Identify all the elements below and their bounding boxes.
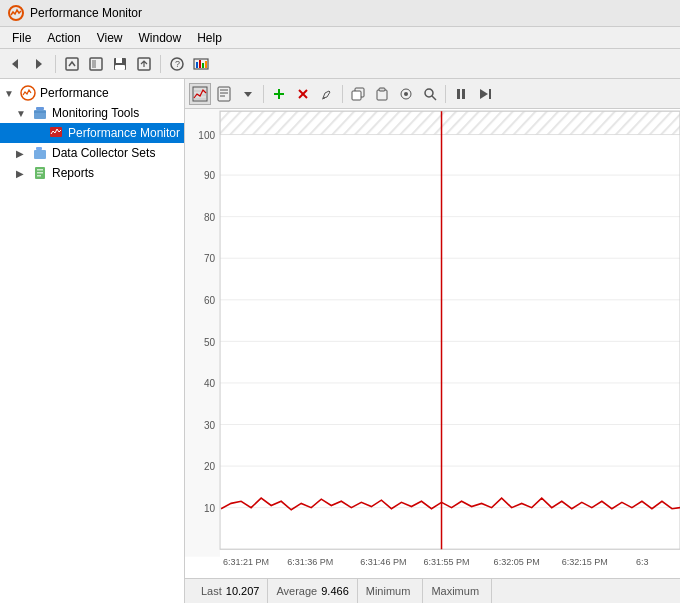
- svg-rect-22: [36, 147, 42, 150]
- highlight-button[interactable]: [316, 83, 338, 105]
- svg-text:6:31:36 PM: 6:31:36 PM: [287, 557, 333, 567]
- paste-button[interactable]: [371, 83, 393, 105]
- report-button[interactable]: [190, 53, 212, 75]
- next-button[interactable]: [474, 83, 496, 105]
- svg-rect-18: [34, 110, 46, 119]
- svg-text:6:31:21 PM: 6:31:21 PM: [223, 557, 269, 567]
- sidebar: ▼ Performance ▼ Monitoring Tools: [0, 79, 185, 603]
- status-average: Average 9.466: [268, 579, 357, 603]
- svg-text:6:31:46 PM: 6:31:46 PM: [360, 557, 406, 567]
- status-minimum: Minimum: [358, 579, 424, 603]
- svg-text:30: 30: [204, 419, 215, 430]
- menu-window[interactable]: Window: [131, 29, 190, 47]
- svg-rect-21: [34, 150, 46, 159]
- svg-rect-49: [457, 89, 460, 99]
- menu-action[interactable]: Action: [39, 29, 88, 47]
- status-minimum-label: Minimum: [366, 585, 411, 597]
- svg-rect-52: [489, 89, 491, 99]
- svg-rect-24: [37, 169, 43, 171]
- status-maximum-label: Maximum: [431, 585, 479, 597]
- sidebar-perfmon-label: Performance Monitor: [68, 126, 180, 140]
- show-panel-button[interactable]: [85, 53, 107, 75]
- svg-text:10: 10: [204, 503, 215, 514]
- svg-point-47: [425, 89, 433, 97]
- svg-rect-42: [352, 91, 361, 100]
- freeze-button[interactable]: [450, 83, 472, 105]
- graph-toolbar: [185, 79, 680, 109]
- svg-rect-8: [115, 65, 125, 70]
- svg-rect-19: [36, 107, 44, 110]
- svg-rect-16: [205, 61, 207, 68]
- copy-button[interactable]: [347, 83, 369, 105]
- svg-text:?: ?: [175, 59, 180, 69]
- add-counter-button[interactable]: [268, 83, 290, 105]
- main-toolbar: ?: [0, 49, 680, 79]
- reports-icon: [32, 165, 48, 181]
- svg-rect-13: [196, 62, 198, 68]
- status-last: Last 10.207: [193, 579, 268, 603]
- graph-toolbar-sep-2: [342, 85, 343, 103]
- svg-marker-51: [480, 89, 488, 99]
- sidebar-item-reports[interactable]: ▶ Reports: [0, 163, 184, 183]
- svg-line-48: [432, 96, 436, 100]
- svg-rect-15: [202, 63, 204, 68]
- svg-rect-56: [220, 111, 680, 134]
- svg-text:100: 100: [198, 130, 215, 141]
- svg-text:60: 60: [204, 295, 215, 306]
- svg-point-46: [404, 92, 408, 96]
- back-button[interactable]: [4, 53, 26, 75]
- app-title: Performance Monitor: [30, 6, 142, 20]
- status-maximum: Maximum: [423, 579, 492, 603]
- status-last-value: 10.207: [226, 585, 260, 597]
- app-icon: [8, 5, 24, 21]
- svg-rect-31: [218, 87, 230, 101]
- help-button[interactable]: ?: [166, 53, 188, 75]
- menu-view[interactable]: View: [89, 29, 131, 47]
- content-area: 100 90 80 70 60 50 40 30 20 10 6:31: [185, 79, 680, 603]
- perf-monitor-icon: [48, 125, 64, 141]
- menu-bar: File Action View Window Help: [0, 27, 680, 49]
- sidebar-item-performance[interactable]: ▼ Performance: [0, 83, 184, 103]
- status-average-label: Average: [276, 585, 317, 597]
- menu-help[interactable]: Help: [189, 29, 230, 47]
- chart-container: 100 90 80 70 60 50 40 30 20 10 6:31: [185, 109, 680, 578]
- sidebar-item-data-collector-sets[interactable]: ▶ Data Collector Sets: [0, 143, 184, 163]
- performance-chart: 100 90 80 70 60 50 40 30 20 10 6:31: [185, 109, 680, 578]
- data-collector-icon: [32, 145, 48, 161]
- svg-text:6:31:55 PM: 6:31:55 PM: [423, 557, 469, 567]
- toolbar-sep-2: [160, 55, 161, 73]
- svg-marker-1: [12, 59, 18, 69]
- sidebar-datacollector-label: Data Collector Sets: [52, 146, 155, 160]
- save-button[interactable]: [109, 53, 131, 75]
- svg-rect-26: [37, 175, 41, 177]
- svg-rect-3: [66, 58, 78, 70]
- performance-icon: [20, 85, 36, 101]
- export-button[interactable]: [133, 53, 155, 75]
- status-bar: Last 10.207 Average 9.466 Minimum Maximu…: [185, 578, 680, 603]
- graph-toolbar-sep-3: [445, 85, 446, 103]
- svg-rect-14: [199, 60, 201, 68]
- forward-button[interactable]: [28, 53, 50, 75]
- sidebar-item-monitoring-tools[interactable]: ▼ Monitoring Tools: [0, 103, 184, 123]
- svg-text:70: 70: [204, 253, 215, 264]
- sidebar-item-performance-monitor[interactable]: Performance Monitor: [0, 123, 184, 143]
- status-last-label: Last: [201, 585, 222, 597]
- graph-toolbar-sep-1: [263, 85, 264, 103]
- menu-file[interactable]: File: [4, 29, 39, 47]
- view-dropdown-button[interactable]: [237, 83, 259, 105]
- up-button[interactable]: [61, 53, 83, 75]
- svg-text:80: 80: [204, 212, 215, 223]
- title-bar: Performance Monitor: [0, 0, 680, 27]
- properties-button[interactable]: [395, 83, 417, 105]
- view-graph-button[interactable]: [189, 83, 211, 105]
- monitoring-tools-icon: [32, 105, 48, 121]
- svg-rect-25: [37, 172, 43, 174]
- sidebar-performance-label: Performance: [40, 86, 109, 100]
- sidebar-reports-label: Reports: [52, 166, 94, 180]
- zoom-button[interactable]: [419, 83, 441, 105]
- svg-rect-7: [116, 58, 122, 63]
- view-report-button[interactable]: [213, 83, 235, 105]
- remove-counter-button[interactable]: [292, 83, 314, 105]
- toolbar-sep-1: [55, 55, 56, 73]
- main-area: ▼ Performance ▼ Monitoring Tools: [0, 79, 680, 603]
